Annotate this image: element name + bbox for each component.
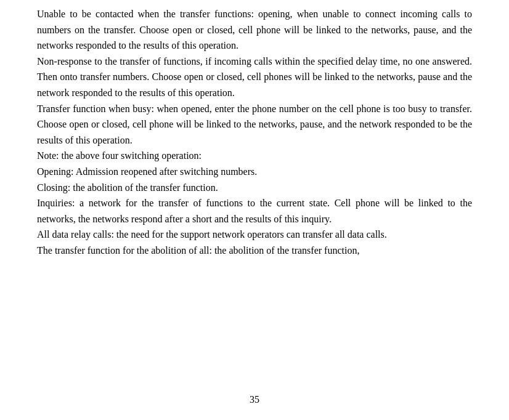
paragraph-4: Note: the above four switching operation… — [37, 148, 472, 164]
paragraph-1: Unable to be contacted when the transfer… — [37, 6, 472, 54]
paragraph-9: The transfer function for the abolition … — [37, 243, 472, 259]
paragraph-2: Non-response to the transfer of function… — [37, 54, 472, 101]
page-content: Unable to be contacted when the transfer… — [37, 6, 472, 387]
paragraph-5: Opening: Admission reopened after switch… — [37, 164, 472, 180]
page-number: 35 — [250, 394, 259, 405]
paragraph-3: Transfer function when busy: when opened… — [37, 101, 472, 148]
paragraph-6: Closing: the abolition of the transfer f… — [37, 180, 472, 196]
paragraph-7: Inquiries: a network for the transfer of… — [37, 195, 472, 227]
page-container: Unable to be contacted when the transfer… — [0, 0, 509, 420]
paragraph-8: All data relay calls: the need for the s… — [37, 227, 472, 243]
page-number-container: 35 — [37, 392, 472, 408]
